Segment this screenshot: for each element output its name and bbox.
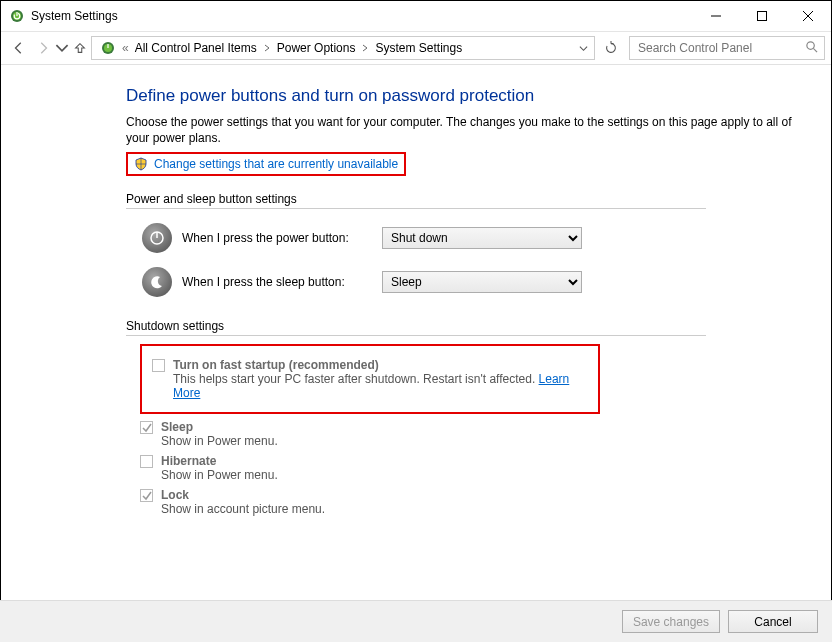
fast-startup-highlight: Turn on fast startup (recommended) This … xyxy=(140,344,600,414)
chevron-right-icon[interactable] xyxy=(261,41,273,55)
breadcrumb-item[interactable]: System Settings xyxy=(371,41,466,55)
sleep-icon xyxy=(142,267,172,297)
cancel-button[interactable]: Cancel xyxy=(728,610,818,633)
hibernate-title: Hibernate xyxy=(161,454,216,468)
sleep-item: Sleep Show in Power menu. xyxy=(140,420,808,448)
lock-sub: Show in account picture menu. xyxy=(161,502,808,516)
breadcrumb[interactable]: « All Control Panel Items Power Options … xyxy=(91,36,595,60)
lock-checkbox[interactable] xyxy=(140,489,153,502)
sleep-button-row: When I press the sleep button: Sleep xyxy=(142,267,808,297)
footer: Save changes Cancel xyxy=(0,600,832,642)
overflow-chevron-icon[interactable]: « xyxy=(120,41,131,55)
page-title: Define power buttons and turn on passwor… xyxy=(126,86,808,106)
hibernate-checkbox[interactable] xyxy=(140,455,153,468)
fast-startup-checkbox[interactable] xyxy=(152,359,165,372)
search-icon[interactable] xyxy=(805,40,818,56)
shield-icon xyxy=(134,157,148,171)
chevron-right-icon[interactable] xyxy=(359,41,371,55)
svg-rect-4 xyxy=(758,12,767,21)
navbar: « All Control Panel Items Power Options … xyxy=(1,31,831,65)
power-button-row: When I press the power button: Shut down xyxy=(142,223,808,253)
power-sleep-header: Power and sleep button settings xyxy=(126,192,706,209)
power-button-label: When I press the power button: xyxy=(182,231,382,245)
page-description: Choose the power settings that you want … xyxy=(126,114,808,146)
svg-line-10 xyxy=(813,48,817,52)
back-button[interactable] xyxy=(7,36,31,60)
fast-startup-item: Turn on fast startup (recommended) This … xyxy=(152,358,588,400)
sleep-title: Sleep xyxy=(161,420,193,434)
recent-dropdown[interactable] xyxy=(55,36,69,60)
breadcrumb-item[interactable]: Power Options xyxy=(273,41,360,55)
titlebar: System Settings xyxy=(1,1,831,31)
hibernate-item: Hibernate Show in Power menu. xyxy=(140,454,808,482)
address-dropdown[interactable] xyxy=(574,44,592,53)
sleep-button-select[interactable]: Sleep xyxy=(382,271,582,293)
power-icon xyxy=(142,223,172,253)
forward-button[interactable] xyxy=(31,36,55,60)
fast-startup-title: Turn on fast startup (recommended) xyxy=(173,358,379,372)
window-title: System Settings xyxy=(31,9,118,23)
maximize-button[interactable] xyxy=(739,1,785,31)
search-input[interactable] xyxy=(636,40,805,56)
power-options-icon xyxy=(100,40,116,56)
lock-title: Lock xyxy=(161,488,189,502)
sleep-sub: Show in Power menu. xyxy=(161,434,808,448)
up-button[interactable] xyxy=(69,41,91,55)
close-button[interactable] xyxy=(785,1,831,31)
fast-startup-sub: This helps start your PC faster after sh… xyxy=(173,372,588,400)
change-settings-link[interactable]: Change settings that are currently unava… xyxy=(154,157,398,171)
save-changes-button[interactable]: Save changes xyxy=(622,610,720,633)
change-settings-link-highlight: Change settings that are currently unava… xyxy=(126,152,406,176)
breadcrumb-item[interactable]: All Control Panel Items xyxy=(131,41,261,55)
power-button-select[interactable]: Shut down xyxy=(382,227,582,249)
sleep-button-label: When I press the sleep button: xyxy=(182,275,382,289)
main-content: Define power buttons and turn on passwor… xyxy=(126,80,808,522)
power-options-icon xyxy=(9,8,25,24)
svg-point-9 xyxy=(807,42,814,49)
hibernate-sub: Show in Power menu. xyxy=(161,468,808,482)
shutdown-header: Shutdown settings xyxy=(126,319,706,336)
minimize-button[interactable] xyxy=(693,1,739,31)
lock-item: Lock Show in account picture menu. xyxy=(140,488,808,516)
sleep-checkbox[interactable] xyxy=(140,421,153,434)
refresh-button[interactable] xyxy=(599,36,623,60)
search-box[interactable] xyxy=(629,36,825,60)
